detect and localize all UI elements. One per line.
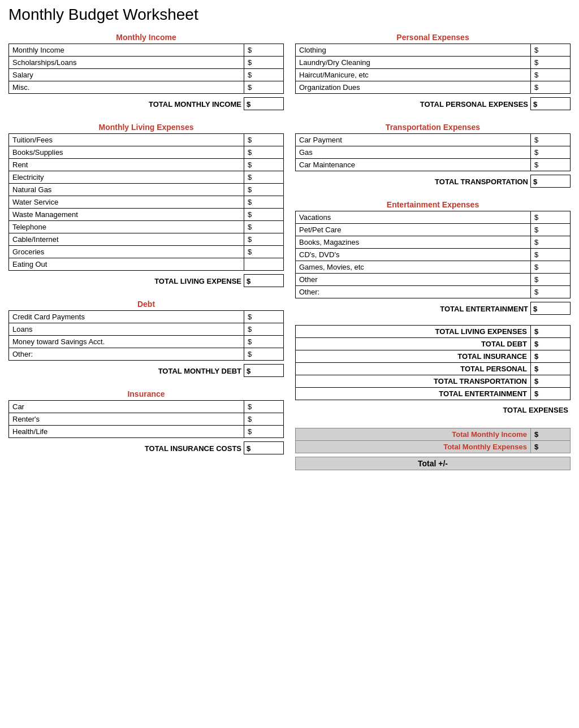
table-row: Rent$ (9, 159, 284, 171)
summary-row: TOTAL DEBT$ (296, 338, 571, 350)
table-row: Cable/Internet$ (9, 233, 284, 246)
table-row: Salary$ (9, 69, 284, 81)
table-row: Car Maintenance$ (296, 159, 571, 171)
page-title: Monthly Budget Worksheet (8, 6, 571, 26)
table-row: Waste Management$ (9, 209, 284, 221)
table-row: Vacations$ (296, 211, 571, 224)
total-expenses-table: TOTAL EXPENSES (295, 404, 571, 415)
living-expenses-total-label: TOTAL LIVING EXPENSE (8, 275, 244, 287)
monthly-income-total-value: $ (244, 98, 284, 110)
table-row: CD's, DVD's$ (296, 249, 571, 261)
debt-table: Credit Card Payments$Loans$Money toward … (8, 310, 284, 361)
entertainment-total-label: TOTAL ENTERTAINMENT (295, 302, 531, 315)
debt-total-label: TOTAL MONTHLY DEBT (8, 365, 244, 377)
table-row: Haircut/Manicure, etc$ (296, 69, 571, 81)
table-row: Loans$ (9, 323, 284, 336)
transportation-total-label: TOTAL TRANSPORTATION (295, 175, 531, 188)
monthly-income-total-label: TOTAL MONTHLY INCOME (8, 98, 244, 110)
grand-total-table: Total Monthly Income$Total Monthly Expen… (295, 428, 571, 453)
table-row: Natural Gas$ (9, 184, 284, 196)
table-row: Health/Life$ (9, 426, 284, 438)
table-row: Tuition/Fees$ (9, 134, 284, 146)
table-row: Telephone$ (9, 221, 284, 233)
left-column: Monthly Income Monthly Income$Scholarshi… (8, 31, 284, 474)
monthly-income-total-table: TOTAL MONTHLY INCOME $ (8, 97, 284, 110)
table-row: Scholarships/Loans$ (9, 57, 284, 69)
insurance-total-label: TOTAL INSURANCE COSTS (8, 442, 244, 454)
insurance-total-value: $ (244, 442, 284, 454)
table-row: Water Service$ (9, 196, 284, 209)
monthly-income-table: Monthly Income$Scholarships/Loans$Salary… (8, 44, 284, 94)
summary-row: TOTAL TRANSPORTATION$ (296, 375, 571, 388)
transportation-heading: Transportation Expenses (295, 120, 571, 133)
entertainment-total-table: TOTAL ENTERTAINMENT $ (295, 302, 571, 315)
summary-table: TOTAL LIVING EXPENSES$TOTAL DEBT$TOTAL I… (295, 325, 571, 400)
table-row: Renter's$ (9, 413, 284, 426)
monthly-income-heading: Monthly Income (8, 31, 284, 44)
table-row: Car$ (9, 401, 284, 413)
living-expenses-total-table: TOTAL LIVING EXPENSE $ (8, 274, 284, 287)
entertainment-heading: Entertainment Expenses (295, 198, 571, 211)
table-row: Eating Out (9, 258, 284, 271)
right-column: Personal Expenses Clothing$Laundry/Dry C… (295, 31, 571, 474)
living-expenses-table: Tuition/Fees$Books/Supplies$Rent$Electri… (8, 133, 284, 271)
personal-expenses-total-table: TOTAL PERSONAL EXPENSES $ (295, 97, 571, 110)
table-row: Organization Dues$ (296, 81, 571, 94)
table-row: Clothing$ (296, 44, 571, 57)
table-row: Books/Supplies$ (9, 146, 284, 159)
grand-total-section: Total Monthly Income$Total Monthly Expen… (295, 428, 571, 470)
total-expenses-label: TOTAL EXPENSES (295, 404, 571, 415)
final-total-table: Total +/- (295, 457, 571, 470)
table-row: Electricity$ (9, 171, 284, 184)
personal-expenses-heading: Personal Expenses (295, 31, 571, 44)
insurance-table: Car$Renter's$Health/Life$ (8, 400, 284, 438)
table-row: Credit Card Payments$ (9, 311, 284, 323)
insurance-heading: Insurance (8, 387, 284, 400)
table-row: Laundry/Dry Cleaning$ (296, 57, 571, 69)
table-row: Money toward Savings Acct.$ (9, 336, 284, 348)
entertainment-total-value: $ (531, 302, 571, 315)
table-row: Games, Movies, etc$ (296, 261, 571, 274)
personal-expenses-table: Clothing$Laundry/Dry Cleaning$Haircut/Ma… (295, 44, 571, 94)
insurance-total-table: TOTAL INSURANCE COSTS $ (8, 441, 284, 454)
grand-total-row: Total Monthly Income$ (296, 428, 571, 441)
entertainment-table: Vacations$Pet/Pet Care$Books, Magazines$… (295, 211, 571, 298)
living-expenses-heading: Monthly Living Expenses (8, 120, 284, 133)
debt-heading: Debt (8, 297, 284, 310)
transportation-total-table: TOTAL TRANSPORTATION $ (295, 175, 571, 188)
personal-total-value: $ (531, 98, 571, 110)
table-row: Misc.$ (9, 81, 284, 94)
table-row: Monthly Income$ (9, 44, 284, 57)
final-label: Total +/- (296, 457, 571, 470)
table-row: Other$ (296, 274, 571, 286)
living-expenses-total-value: $ (244, 275, 284, 287)
personal-total-label: TOTAL PERSONAL EXPENSES (295, 98, 531, 110)
summary-row: TOTAL INSURANCE$ (296, 350, 571, 363)
summary-row: TOTAL LIVING EXPENSES$ (296, 326, 571, 338)
grand-total-row: Total Monthly Expenses$ (296, 441, 571, 453)
table-row: Books, Magazines$ (296, 236, 571, 249)
transportation-total-value: $ (531, 175, 571, 188)
transportation-table: Car Payment$Gas$Car Maintenance$ (295, 133, 571, 171)
debt-total-table: TOTAL MONTHLY DEBT $ (8, 364, 284, 377)
table-row: Other:$ (296, 286, 571, 298)
table-row: Other:$ (9, 348, 284, 361)
table-row: Pet/Pet Care$ (296, 224, 571, 236)
summary-row: TOTAL PERSONAL$ (296, 363, 571, 375)
summary-row: TOTAL ENTERTAINMENT$ (296, 388, 571, 400)
debt-total-value: $ (244, 365, 284, 377)
table-row: Car Payment$ (296, 134, 571, 146)
table-row: Groceries$ (9, 246, 284, 258)
table-row: Gas$ (296, 146, 571, 159)
